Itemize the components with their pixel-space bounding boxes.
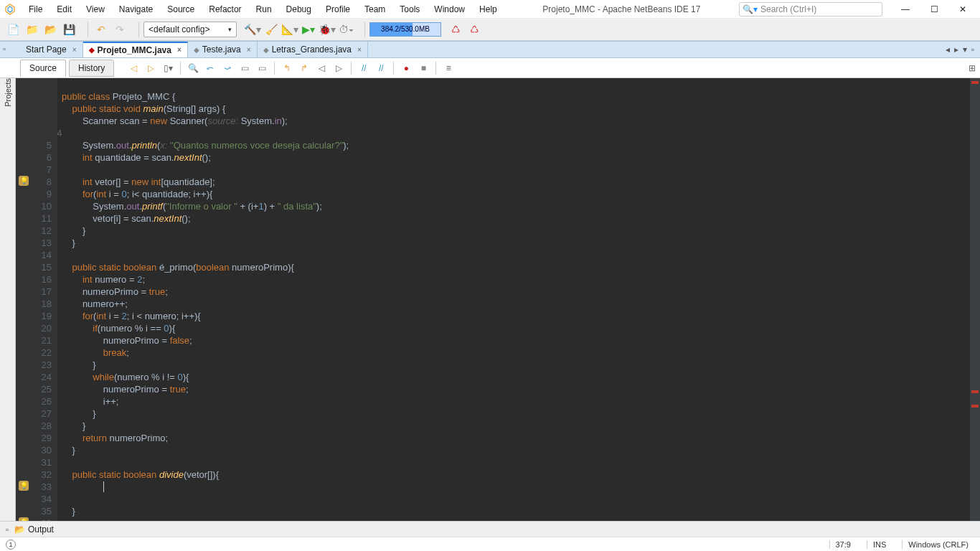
tab-teste[interactable]: ◆Teste.java×: [188, 42, 258, 57]
gc-button[interactable]: ♺: [447, 21, 464, 38]
menu-edit[interactable]: Edit: [50, 2, 79, 17]
comment-button[interactable]: //: [356, 60, 372, 76]
insert-mode: INS: [867, 540, 892, 549]
debug-button[interactable]: 🐞▾: [319, 21, 336, 38]
menu-profile[interactable]: Profile: [319, 2, 357, 17]
java-file-icon: ◆: [89, 46, 95, 54]
minimize-output-icon[interactable]: ▫: [6, 525, 9, 534]
redo-button[interactable]: ↷: [111, 21, 128, 38]
close-button[interactable]: ✕: [948, 0, 977, 18]
scroll-right-icon[interactable]: ▸: [954, 44, 958, 55]
menu-run[interactable]: Run: [249, 2, 279, 17]
source-view-tab[interactable]: Source: [20, 60, 66, 77]
error-marker-icon[interactable]: 💡: [19, 481, 29, 491]
editor-tabs: ▫ Start Page× ◆Projeto_MMC.java× ◆Teste.…: [0, 41, 980, 58]
nav-back-button[interactable]: ◁: [126, 60, 141, 76]
output-dock: ▫ 📂 Output: [0, 521, 980, 537]
menu-source[interactable]: Source: [160, 2, 202, 17]
macro-record-button[interactable]: ●: [398, 60, 414, 76]
next-bookmark-button[interactable]: ↱: [296, 60, 312, 76]
code-editor[interactable]: 💡 💡 💡 4 5 6 7 8 9 10 11 12 13 14 15 16 1…: [16, 78, 980, 521]
find-prev-button[interactable]: ⤺: [202, 60, 218, 76]
close-tab-icon[interactable]: ×: [177, 46, 182, 54]
search-placeholder: Search (Ctrl+I): [760, 4, 816, 14]
macro-stop-button[interactable]: ■: [415, 60, 431, 76]
minimize-dock-icon[interactable]: ▫: [3, 44, 6, 53]
line-number-gutter[interactable]: 💡 💡 💡 4 5 6 7 8 9 10 11 12 13 14 15 16 1…: [16, 78, 57, 521]
undo-button[interactable]: ↶: [93, 21, 110, 38]
maximize-editor-icon[interactable]: ▫: [971, 44, 974, 55]
main-toolbar: 📄 📁 📂 💾 ↶ ↷ <default config>▾ 🔨▾ 🧹 📐▾ ▶▾…: [0, 18, 980, 41]
history-view-tab[interactable]: History: [69, 60, 114, 77]
memory-indicator[interactable]: 384.2/530.0MB: [369, 22, 441, 37]
error-marker-icon[interactable]: 💡: [19, 517, 29, 521]
netbeans-logo-icon: [3, 2, 17, 17]
projects-sidebar-tab[interactable]: Projects: [0, 78, 16, 521]
new-project-button[interactable]: 📁: [23, 21, 40, 38]
warning-marker-icon[interactable]: 💡: [19, 176, 29, 186]
code-area[interactable]: public class Projeto_MMC { public static…: [57, 78, 970, 521]
nav-fwd-button[interactable]: ▷: [143, 60, 159, 76]
search-icon: 🔍▾: [743, 4, 758, 14]
prev-bookmark-button[interactable]: ↰: [279, 60, 295, 76]
menu-help[interactable]: Help: [472, 2, 504, 17]
menu-debug[interactable]: Debug: [279, 2, 319, 17]
tab-list-icon[interactable]: ▾: [963, 44, 967, 55]
run-button[interactable]: ▶▾: [300, 21, 317, 38]
open-project-button[interactable]: 📂: [42, 21, 59, 38]
menu-refactor[interactable]: Refactor: [202, 2, 248, 17]
error-strip-marker[interactable]: [971, 405, 979, 408]
menu-bar: File Edit View Navigate Source Refactor …: [0, 0, 980, 18]
status-bar: 1 37:9 INS Windows (CRLF): [0, 537, 980, 551]
new-file-button[interactable]: 📄: [4, 21, 22, 38]
svg-marker-0: [6, 4, 14, 14]
gc-button-2[interactable]: ♺: [466, 21, 483, 38]
diff-button[interactable]: ≡: [440, 60, 456, 76]
find-next-button[interactable]: ⤻: [220, 60, 235, 76]
output-tab[interactable]: 📂 Output: [14, 524, 54, 534]
java-file-icon: ◆: [263, 46, 269, 54]
shift-left-button[interactable]: ◁: [314, 60, 329, 76]
menu-view[interactable]: View: [79, 2, 112, 17]
error-stripe[interactable]: [970, 78, 980, 521]
nav-last-edit-button[interactable]: ▯▾: [160, 60, 176, 76]
menu-team[interactable]: Team: [357, 2, 392, 17]
menu-window[interactable]: Window: [427, 2, 472, 17]
notifications-icon[interactable]: 1: [6, 540, 16, 550]
java-file-icon: ◆: [194, 46, 199, 54]
generate-button[interactable]: 📐▾: [281, 21, 298, 38]
tab-letras-grandes[interactable]: ◆Letras_Grandes.java×: [258, 42, 368, 57]
toolbar-separator: [88, 22, 88, 37]
scroll-left-icon[interactable]: ◂: [946, 44, 950, 55]
menu-navigate[interactable]: Navigate: [112, 2, 160, 17]
menu-tools[interactable]: Tools: [392, 2, 427, 17]
clean-build-button[interactable]: 🧹: [263, 21, 280, 38]
maximize-button[interactable]: ☐: [920, 0, 948, 18]
close-tab-icon[interactable]: ×: [247, 46, 251, 54]
output-icon: 📂: [14, 524, 25, 534]
window-title: Projeto_MMC - Apache NetBeans IDE 17: [504, 4, 739, 14]
toggle-bookmark-button[interactable]: ▭: [254, 60, 270, 76]
shift-right-button[interactable]: ▷: [331, 60, 347, 76]
toolbar-separator: [364, 22, 365, 37]
close-tab-icon[interactable]: ×: [72, 46, 77, 54]
close-tab-icon[interactable]: ×: [357, 46, 362, 54]
caret-position: 37:9: [829, 540, 857, 549]
uncomment-button[interactable]: //: [373, 60, 389, 76]
run-config-combo[interactable]: <default config>▾: [143, 22, 237, 37]
editor-toolbar: Source History ◁ ▷ ▯▾ 🔍 ⤺ ⤻ ▭ ▭ ↰ ↱ ◁ ▷ …: [0, 58, 980, 78]
profile-button[interactable]: ⏱▾: [337, 21, 354, 38]
tab-projeto-mmc[interactable]: ◆Projeto_MMC.java×: [83, 42, 188, 57]
split-editor-button[interactable]: ⊞: [964, 60, 980, 76]
build-button[interactable]: 🔨▾: [244, 21, 261, 38]
global-search[interactable]: 🔍▾ Search (Ctrl+I): [739, 2, 882, 17]
find-selection-button[interactable]: 🔍: [185, 60, 201, 76]
minimize-button[interactable]: —: [891, 0, 920, 18]
tab-start-page[interactable]: Start Page×: [20, 42, 83, 57]
save-all-button[interactable]: 💾: [60, 21, 77, 38]
error-strip-marker[interactable]: [971, 390, 979, 393]
chevron-down-icon: ▾: [228, 26, 232, 33]
toggle-highlight-button[interactable]: ▭: [237, 60, 253, 76]
error-strip-marker[interactable]: [971, 81, 979, 84]
menu-file[interactable]: File: [22, 2, 50, 17]
